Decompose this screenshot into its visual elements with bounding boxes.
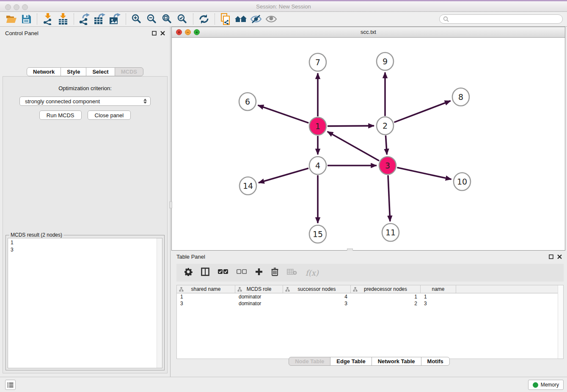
mcds-result-legend: MCDS result (2 nodes) — [9, 232, 63, 238]
network-view-titlebar[interactable]: × − + scc.txt — [172, 27, 565, 38]
column-header-predecessor-nodes[interactable]: predecessor nodes — [351, 285, 421, 293]
zoom-in-icon[interactable] — [129, 13, 144, 25]
graph-edge-3-1[interactable] — [328, 132, 379, 161]
graph-node-label: 10 — [457, 177, 467, 186]
tab-edge-table[interactable]: Edge Table — [330, 357, 372, 366]
optimization-criterion-label: Optimization criterion: — [3, 85, 167, 91]
column-type-icon — [353, 287, 358, 292]
control-panel-title: Control Panel — [5, 30, 39, 36]
toolbar-separator — [74, 14, 74, 25]
export-image-icon[interactable] — [107, 13, 123, 25]
main-titlebar: Session: New Session — [0, 0, 567, 12]
graph-edge-3-11[interactable] — [388, 175, 390, 221]
column-header-shared-name[interactable]: shared name — [177, 285, 235, 293]
import-network-icon[interactable] — [40, 13, 55, 25]
graph-edge-1-6[interactable] — [258, 105, 309, 123]
open-file-icon[interactable] — [3, 13, 19, 25]
export-network-icon[interactable] — [77, 13, 92, 25]
network-canvas[interactable]: 7968124314101511 — [172, 38, 565, 250]
close-panel-icon[interactable] — [160, 31, 165, 36]
memory-status-icon — [533, 382, 538, 388]
graph-node-label: 11 — [385, 228, 396, 237]
close-panel-button[interactable]: Close panel — [88, 110, 131, 120]
tab-motifs[interactable]: Motifs — [421, 357, 450, 366]
mcds-result-textarea[interactable]: 1 3 — [8, 238, 162, 368]
close-panel-icon[interactable] — [557, 254, 562, 259]
node-table-header: shared name MCDS role successor nodes pr… — [177, 285, 563, 293]
network-graph[interactable]: 7968124314101511 — [172, 38, 565, 250]
table-scrollbar[interactable] — [558, 285, 563, 359]
tab-network[interactable]: Network — [27, 67, 61, 76]
result-scrollbar[interactable] — [157, 238, 162, 368]
new-network-from-selection-icon[interactable] — [218, 13, 233, 25]
graph-edge-1-2[interactable] — [328, 126, 374, 126]
delete-column-trash-icon[interactable] — [271, 268, 278, 278]
toolbar-separator — [37, 14, 37, 25]
home-layout-icon[interactable] — [233, 13, 248, 25]
table-row[interactable]: 3 dominator 3 2 3 — [177, 300, 563, 307]
search-field[interactable] — [439, 14, 563, 24]
search-input[interactable] — [449, 15, 562, 23]
task-list-icon — [7, 382, 14, 388]
graph-edge-2-8[interactable] — [394, 101, 451, 122]
table-toolbar: f(x) — [176, 264, 564, 282]
tab-node-table[interactable]: Node Table — [289, 357, 330, 366]
unselect-all-columns-icon[interactable] — [237, 269, 247, 276]
graph-node-label: 4 — [315, 161, 320, 170]
refresh-view-icon[interactable] — [196, 13, 212, 25]
mcds-panel-body: Optimization criterion: strongly connect… — [3, 76, 168, 373]
node-table: shared name MCDS role successor nodes pr… — [176, 285, 564, 359]
graph-node-label: 9 — [383, 57, 388, 66]
status-bar: Memory — [0, 377, 567, 392]
graph-node-label: 3 — [385, 161, 390, 170]
mcds-result-values: 1 3 — [8, 238, 162, 254]
column-type-icon — [237, 287, 242, 292]
zoom-out-icon[interactable] — [144, 13, 160, 25]
tab-select[interactable]: Select — [86, 67, 115, 76]
run-mcds-button[interactable]: Run MCDS — [39, 110, 82, 120]
graph-node-label: 1 — [315, 121, 320, 131]
panel-splitter-handle[interactable] — [169, 202, 172, 208]
function-builder-icon-disabled: f(x) — [306, 268, 319, 277]
select-all-columns-icon[interactable] — [218, 269, 228, 276]
hide-graphics-details-icon[interactable] — [248, 13, 264, 25]
zoom-fit-icon[interactable] — [160, 13, 175, 25]
column-type-icon — [285, 287, 290, 292]
toolbar-separator — [126, 14, 126, 25]
tab-network-table[interactable]: Network Table — [372, 357, 421, 366]
show-task-history-button[interactable] — [5, 380, 16, 390]
float-panel-icon[interactable] — [152, 31, 157, 36]
graph-edge-3-10[interactable] — [397, 168, 451, 179]
column-header-mcds-role[interactable]: MCDS role — [235, 285, 283, 293]
export-table-icon[interactable] — [92, 13, 107, 25]
memory-button[interactable]: Memory — [528, 380, 564, 390]
create-column-plus-icon[interactable] — [255, 268, 263, 277]
dropdown-selected-value: strongly connected component — [25, 98, 100, 105]
graph-edge-2-3[interactable] — [385, 135, 387, 155]
table-panel-tabs: Node Table Edge Table Network Table Moti… — [171, 357, 567, 366]
control-panel-tabs: Network Style Select MCDS — [0, 67, 170, 76]
table-row[interactable]: 1 dominator 4 1 1 — [177, 293, 563, 300]
save-session-icon[interactable] — [19, 13, 34, 25]
tab-style[interactable]: Style — [61, 67, 86, 76]
graph-node-label: 15 — [313, 229, 323, 239]
column-type-icon — [179, 287, 184, 292]
column-header-name[interactable]: name — [421, 285, 456, 293]
show-graphics-details-icon[interactable] — [264, 13, 279, 25]
table-settings-gear-icon[interactable] — [184, 268, 193, 278]
graph-node-label: 2 — [383, 121, 388, 130]
control-panel: Control Panel Network Style Select MCDS … — [0, 27, 171, 377]
column-header-successor-nodes[interactable]: successor nodes — [283, 285, 351, 293]
tab-mcds[interactable]: MCDS — [115, 67, 143, 76]
graph-node-label: 8 — [458, 92, 463, 102]
optimization-criterion-dropdown[interactable]: strongly connected component — [19, 97, 151, 106]
memory-label: Memory — [541, 382, 559, 388]
toolbar-separator — [215, 14, 215, 25]
main-toolbar — [0, 12, 567, 27]
zoom-selected-icon[interactable] — [175, 13, 190, 25]
search-icon — [443, 16, 449, 22]
float-panel-icon[interactable] — [549, 254, 553, 259]
import-table-icon[interactable] — [55, 13, 71, 25]
column-panel-icon[interactable] — [201, 268, 209, 278]
graph-edge-4-14[interactable] — [259, 168, 308, 182]
